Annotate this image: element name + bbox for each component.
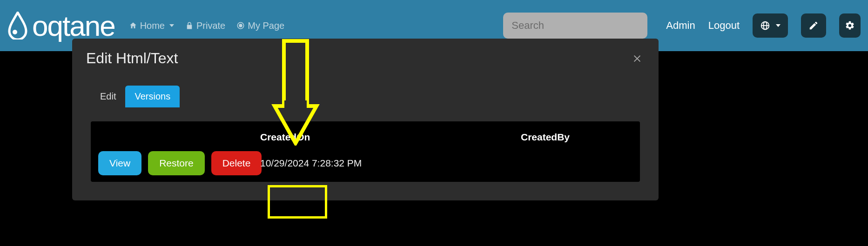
- versions-table: CreatedOn CreatedBy View Restore Delete …: [91, 121, 640, 182]
- restore-button[interactable]: Restore: [148, 151, 205, 175]
- search-wrap: [503, 13, 647, 39]
- target-icon: [236, 21, 245, 30]
- brand-logo[interactable]: oqtane: [7, 9, 115, 42]
- caret-down-icon: [169, 24, 174, 27]
- close-button[interactable]: [630, 51, 645, 66]
- col-created-by: CreatedBy: [521, 132, 632, 143]
- settings-button[interactable]: [839, 13, 861, 38]
- nav-links: Home Private My Page: [129, 20, 285, 31]
- edit-mode-button[interactable]: [801, 13, 826, 38]
- actions-cell: View Restore Delete: [98, 151, 260, 175]
- drop-icon: [7, 12, 28, 40]
- nav-home-label: Home: [140, 20, 165, 31]
- modal-title: Edit Html/Text: [86, 50, 178, 67]
- nav-mypage-label: My Page: [248, 20, 284, 31]
- globe-icon: [760, 20, 770, 31]
- logout-link[interactable]: Logout: [708, 20, 740, 32]
- gear-icon: [845, 20, 855, 31]
- nav-private-label: Private: [196, 20, 225, 31]
- modal-header: Edit Html/Text: [86, 50, 645, 67]
- search-box[interactable]: [503, 13, 647, 39]
- tab-edit[interactable]: Edit: [91, 86, 125, 107]
- delete-button[interactable]: Delete: [211, 151, 262, 175]
- view-button[interactable]: View: [98, 151, 141, 175]
- col-created-on: CreatedOn: [260, 132, 521, 143]
- created-on-cell: 10/29/2024 7:28:32 PM: [260, 158, 521, 169]
- tabs: Edit Versions: [91, 86, 645, 107]
- nav-private[interactable]: Private: [185, 20, 225, 31]
- edit-modal: Edit Html/Text Edit Versions CreatedOn C…: [72, 39, 659, 200]
- brand-text: oqtane: [32, 9, 115, 42]
- table-header-row: CreatedOn CreatedBy: [98, 128, 632, 151]
- nav-mypage[interactable]: My Page: [236, 20, 284, 31]
- caret-down-icon: [776, 24, 781, 27]
- lock-icon: [185, 21, 194, 30]
- svg-point-2: [239, 24, 242, 27]
- col-actions: [98, 132, 260, 143]
- close-icon: [632, 53, 642, 64]
- svg-point-0: [13, 30, 17, 34]
- nav-right: Admin Logout: [666, 13, 861, 38]
- table-row: View Restore Delete 10/29/2024 7:28:32 P…: [98, 151, 632, 175]
- language-button[interactable]: [753, 13, 788, 38]
- pencil-icon: [808, 20, 819, 31]
- admin-link[interactable]: Admin: [666, 20, 695, 32]
- nav-home[interactable]: Home: [129, 20, 174, 31]
- home-icon: [129, 21, 137, 30]
- tab-versions[interactable]: Versions: [125, 86, 180, 107]
- search-input[interactable]: [511, 20, 639, 32]
